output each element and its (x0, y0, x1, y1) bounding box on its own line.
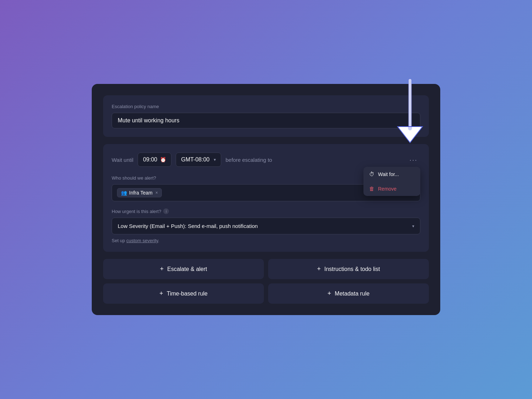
bottom-buttons: + Escalate & alert + Instructions & todo… (103, 259, 429, 304)
trash-icon: 🗑 (369, 186, 374, 192)
wait-row: Wait until 09:00 ⏰ GMT-08:00 ▾ before es… (112, 153, 420, 167)
context-menu-wait-for[interactable]: ⏱ Wait for... (363, 167, 420, 181)
tag-label: Infra Team (129, 190, 153, 196)
time-picker[interactable]: 09:00 ⏰ (138, 153, 171, 167)
time-based-rule-label: Time-based rule (167, 291, 208, 297)
custom-severity-link[interactable]: custom severity (126, 238, 158, 243)
clock-icon: ⏰ (160, 157, 166, 163)
policy-name-input[interactable] (112, 113, 420, 128)
context-menu-remove[interactable]: 🗑 Remove (363, 181, 420, 196)
timezone-value: GMT-08:00 (181, 156, 209, 163)
infra-team-tag: 👥 Infra Team × (117, 188, 162, 197)
plus-icon-2: + (317, 265, 321, 273)
urgency-section: How urgent is this alert? i Low Severity… (112, 208, 420, 243)
before-escalating-text: before escalating to (225, 157, 402, 163)
clock-menu-icon: ⏱ (369, 171, 374, 177)
remove-label: Remove (378, 186, 397, 192)
tag-close-button[interactable]: × (155, 190, 158, 195)
policy-name-section: Escalation policy name (103, 95, 429, 137)
time-value: 09:00 (143, 156, 157, 163)
urgency-select[interactable]: Low Severity (Email + Push): Send e-mail… (112, 218, 420, 234)
urgency-info-icon[interactable]: i (163, 208, 169, 214)
wait-section: Wait until 09:00 ⏰ GMT-08:00 ▾ before es… (103, 144, 429, 252)
urgency-value: Low Severity (Email + Push): Send e-mail… (118, 223, 258, 229)
instructions-todo-label: Instructions & todo list (324, 266, 380, 272)
metadata-rule-label: Metadata rule (335, 291, 369, 297)
urgency-chevron-icon: ▾ (412, 224, 414, 229)
escalate-alert-button[interactable]: + Escalate & alert (103, 259, 264, 279)
policy-name-label: Escalation policy name (112, 104, 420, 109)
timezone-picker[interactable]: GMT-08:00 ▾ (176, 153, 221, 167)
urgency-label: How urgent is this alert? i (112, 208, 420, 214)
escalation-policy-modal: Escalation policy name Wait until 09:00 … (92, 84, 440, 315)
wait-label: Wait until (112, 157, 133, 163)
escalate-alert-label: Escalate & alert (167, 266, 207, 272)
custom-severity-text: Set up custom severity. (112, 238, 420, 243)
plus-icon-3: + (159, 290, 163, 297)
tag-left: 👥 Infra Team × (117, 188, 162, 197)
instructions-todo-button[interactable]: + Instructions & todo list (268, 259, 429, 279)
timezone-chevron-icon: ▾ (214, 157, 216, 162)
time-based-rule-button[interactable]: + Time-based rule (103, 283, 264, 304)
team-icon: 👥 (121, 190, 127, 196)
metadata-rule-button[interactable]: + Metadata rule (268, 283, 429, 304)
context-menu: ⏱ Wait for... 🗑 Remove (363, 167, 420, 196)
plus-icon-4: + (328, 290, 331, 297)
wait-for-label: Wait for... (378, 171, 399, 177)
plus-icon-1: + (160, 265, 164, 273)
dots-menu-button[interactable]: ··· (406, 154, 420, 165)
